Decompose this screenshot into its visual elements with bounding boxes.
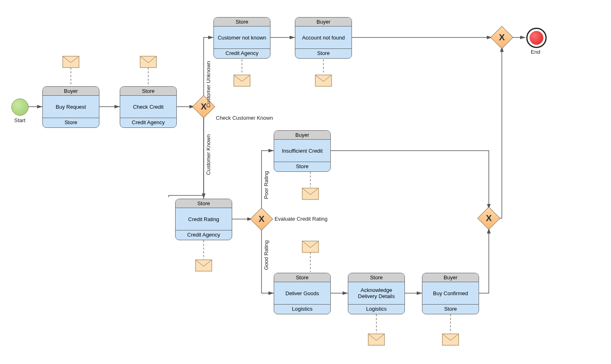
envelope-icon [442,334,459,345]
edge-poor-rating: Poor Rating [263,171,269,199]
envelope-icon [302,188,319,200]
edge-good-rating: Good Rating [263,240,269,270]
envelope-icon [302,241,319,252]
end-label: End [531,49,540,55]
gateway-merge-mid: X [481,210,497,226]
envelope-icon [63,56,79,68]
envelope-icon [196,260,212,271]
gateway-evaluate-credit-label: Evaluate Credit Rating [275,216,327,222]
task-ack-delivery: Store Acknowledge Delivery Details Logis… [348,273,405,314]
gateway-merge-top: X [494,29,510,46]
end-event [526,28,547,48]
envelope-icon [368,334,385,345]
task-account-not-found: Buyer Account not found Store [295,17,352,59]
start-event [11,99,29,116]
gateway-evaluate-credit: X [253,211,270,227]
edge-customer-unknown: Customer Unknown [205,61,211,107]
task-credit-rating: Store Credit Rating Credit Agency [175,199,232,240]
task-buy-request: Buyer Buy Request Store [42,86,99,128]
task-insufficient-credit: Buyer Insufficient Credit Store [274,130,331,172]
task-buy-confirmed: Buyer Buy Confirmed Store [422,273,479,314]
envelope-icon [140,56,156,68]
task-customer-not-known: Store Customer not known Credit Agency [213,17,270,59]
envelope-icon [234,75,250,86]
task-deliver-goods: Store Deliver Goods Logistics [274,273,331,314]
task-check-credit: Store Check Credit Credit Agency [120,86,177,128]
gateway-check-customer-label: Check Customer Known [216,115,273,121]
envelope-icon [315,75,332,86]
start-label: Start [14,117,25,123]
edge-customer-known: Customer Known [205,134,211,175]
